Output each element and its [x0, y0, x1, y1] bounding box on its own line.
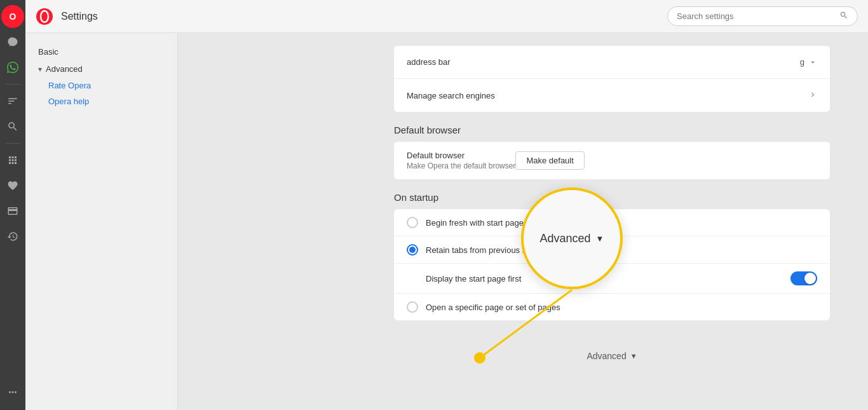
whatsapp-icon[interactable]: [1, 56, 24, 79]
page-title: Settings: [61, 11, 667, 22]
address-bar-card: address bar g Manage search engines: [394, 46, 830, 112]
default-browser-title: Default browser: [394, 125, 830, 135]
option-retain-label: Retain tabs from previous session: [426, 245, 817, 255]
sidebar-link-rate-opera[interactable]: Rate Opera: [25, 78, 177, 93]
option-fresh-label: Begin fresh with start page: [426, 218, 817, 228]
option-retain-row[interactable]: Retain tabs from previous session: [394, 236, 830, 264]
advanced-bottom-button[interactable]: Advanced ▼: [576, 346, 647, 366]
header: Settings: [25, 0, 868, 33]
manage-search-label: Manage search engines: [407, 91, 808, 100]
feed-icon[interactable]: [1, 90, 24, 113]
display-start-page-toggle[interactable]: [790, 271, 817, 285]
default-browser-sublabel: Make Opera the default browser: [407, 161, 515, 170]
default-browser-info: Default browser Make Opera the default b…: [407, 151, 515, 170]
more-icon[interactable]: [1, 381, 24, 404]
address-bar-row: address bar g: [394, 46, 830, 79]
on-startup-title: On startup: [394, 192, 830, 203]
default-browser-label: Default browser: [407, 151, 515, 160]
default-browser-section: Default browser Default browser Make Ope…: [394, 125, 830, 179]
option-display-label: Display the start page first: [426, 274, 783, 284]
opera-header-logo: [36, 8, 53, 25]
manage-search-arrow: [808, 90, 817, 101]
option-specific-label: Open a specific page or set of pages: [426, 303, 817, 312]
default-browser-card: Default browser Make Opera the default b…: [394, 142, 830, 179]
on-startup-section: On startup Begin fresh with start page R…: [394, 192, 830, 320]
option-fresh-radio[interactable]: [407, 217, 418, 228]
option-retain-radio[interactable]: [407, 244, 418, 256]
sidebar: Basic ▾ Advanced Rate Opera Opera help: [25, 33, 178, 410]
default-browser-row: Default browser Make Opera the default b…: [394, 142, 830, 179]
wallet-icon[interactable]: [1, 200, 24, 222]
sidebar-basic[interactable]: Basic: [25, 43, 177, 60]
divider-1: [5, 84, 20, 85]
make-default-button[interactable]: Make default: [515, 151, 584, 170]
divider-2: [5, 143, 20, 144]
history-icon[interactable]: [1, 225, 24, 248]
manage-search-row[interactable]: Manage search engines: [394, 79, 830, 112]
search-icon: [839, 11, 848, 22]
bottom-bar: Advanced ▼: [394, 333, 830, 372]
messenger-icon[interactable]: [1, 31, 24, 53]
sidebar-advanced[interactable]: ▾ Advanced: [25, 60, 177, 78]
bookmarks-icon[interactable]: [1, 174, 24, 197]
option-specific-radio[interactable]: [407, 301, 418, 313]
search-box[interactable]: [667, 6, 858, 26]
more-icon-container: [1, 381, 24, 404]
sidebar-link-opera-help[interactable]: Opera help: [25, 93, 177, 109]
extensions-icon[interactable]: [1, 149, 24, 172]
address-bar-label: address bar: [407, 57, 800, 67]
option-display-row: Display the start page first: [394, 264, 830, 294]
opera-logo-icon[interactable]: O: [1, 5, 24, 28]
main-content: address bar g Manage search engines Defa…: [356, 33, 868, 410]
search-icon[interactable]: [1, 115, 24, 138]
on-startup-card: Begin fresh with start page Retain tabs …: [394, 209, 830, 320]
search-input[interactable]: [677, 11, 839, 21]
icon-bar: O: [0, 0, 25, 410]
option-specific-row[interactable]: Open a specific page or set of pages: [394, 294, 830, 320]
option-fresh-row[interactable]: Begin fresh with start page: [394, 209, 830, 236]
address-bar-value: g: [800, 57, 817, 67]
